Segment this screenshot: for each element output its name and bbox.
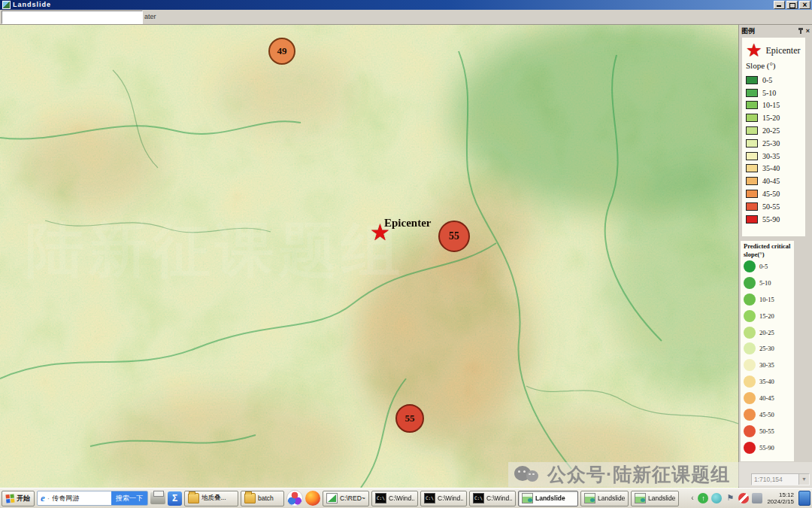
legend-row: 25-30 <box>746 137 804 150</box>
predicted-swatch <box>744 409 756 421</box>
epicenter-legend-label: Epicenter <box>766 45 801 56</box>
circle-row: 40-45 <box>744 390 793 406</box>
class-label: 35-40 <box>759 378 774 385</box>
minimize-button[interactable] <box>774 1 785 9</box>
quicklaunch-knot[interactable] <box>286 489 303 507</box>
predicted-swatch <box>744 277 756 289</box>
close-button[interactable] <box>799 1 810 9</box>
map-canvas[interactable]: 陆新征课题组 49Epicenter5555 <box>0 25 738 488</box>
start-button[interactable]: 开始 <box>2 491 35 506</box>
folder-icon <box>188 493 199 503</box>
console-icon <box>424 493 435 503</box>
marker-circle-49: 49 <box>268 38 295 65</box>
taskbar-button-console-1[interactable]: C:\Wind... <box>371 491 418 506</box>
predicted-swatch <box>744 294 756 306</box>
search-query[interactable]: 传奇网游 <box>52 494 111 503</box>
scale-combobox[interactable]: 1:710,154 <box>751 473 810 485</box>
class-label: 50-55 <box>762 202 780 211</box>
taskbar-button-label: Landslide <box>535 494 565 502</box>
tray-chevron-icon[interactable] <box>689 493 695 503</box>
taskbar-search[interactable]: e · 传奇网游 搜索一下 <box>37 491 148 506</box>
taskbar-button-landslide-1[interactable]: Landslide <box>518 491 578 506</box>
teal-app-icon[interactable] <box>711 493 722 503</box>
slope-legend: Epicenter Slope (°) 0-55-1010-1515-2020-… <box>742 38 805 236</box>
class-label: 35-40 <box>762 164 780 172</box>
chart-icon <box>326 493 338 503</box>
map-icon <box>635 493 646 503</box>
sigma-app-icon[interactable] <box>168 491 182 506</box>
class-label: 20-25 <box>759 329 774 336</box>
class-label: 0-5 <box>762 76 772 84</box>
class-label: 15-20 <box>759 312 774 320</box>
circle-row: 30-35 <box>744 357 793 373</box>
class-label: 55-90 <box>762 215 780 224</box>
predicted-legend-title-1: Predicted critical <box>744 242 793 251</box>
taskbar-clock[interactable]: 15:12 2024/2/15 <box>765 491 796 506</box>
console-icon <box>473 493 484 503</box>
toolbar-residual-text: ater <box>144 13 156 20</box>
taskbar-button-label: Landslide <box>598 494 625 502</box>
class-label: 55-90 <box>759 444 774 452</box>
slope-swatch <box>746 190 758 198</box>
class-label: 25-30 <box>762 139 780 148</box>
predicted-swatch <box>744 376 756 388</box>
antivirus-up-icon[interactable] <box>698 493 708 503</box>
taskbar-button-landslide-3[interactable]: Landslide <box>631 491 679 506</box>
toolbar-input[interactable] <box>2 11 143 24</box>
taskbar-button-console-3[interactable]: C:\Wind... <box>469 491 516 506</box>
legend-row: 40-45 <box>746 175 804 187</box>
printer-icon[interactable] <box>150 492 165 504</box>
taskbar-button-label: 地质叠... <box>201 494 226 503</box>
map-icon <box>584 493 595 503</box>
epicenter-label: Epicenter <box>384 217 431 230</box>
windows-logo-icon <box>5 494 14 503</box>
circle-row: 0-5 <box>744 258 793 275</box>
circle-row: 15-20 <box>744 308 793 324</box>
taskbar-button-geology-folder[interactable]: 地质叠... <box>184 491 238 506</box>
system-tray <box>689 493 762 503</box>
slope-swatch <box>746 177 758 185</box>
quicklaunch-firefox[interactable] <box>305 489 320 507</box>
marker-circle-55: 55 <box>438 221 470 252</box>
taskbar-button-label: Landslide <box>648 494 675 502</box>
firefox-icon <box>305 491 320 506</box>
circle-row: 20-25 <box>744 324 793 341</box>
class-label: 5-10 <box>759 279 771 287</box>
class-label: 30-35 <box>762 152 780 160</box>
ie-icon: e <box>41 492 45 504</box>
restore-button[interactable] <box>786 1 798 9</box>
blocker-icon[interactable] <box>738 493 749 503</box>
start-label: 开始 <box>17 494 30 503</box>
slope-swatch <box>746 164 758 172</box>
pin-icon[interactable] <box>798 28 804 34</box>
legend-row: 50-55 <box>746 200 804 213</box>
search-separator: · <box>47 494 50 503</box>
predicted-classes: 0-55-1010-1515-2020-2525-3030-3535-4040-… <box>744 258 793 456</box>
taskbar-button-label: C:\Wind... <box>389 494 414 502</box>
class-label: 30-35 <box>759 361 774 369</box>
predicted-swatch <box>744 310 756 322</box>
class-label: 10-15 <box>762 101 780 109</box>
class-label: 25-30 <box>759 345 774 352</box>
taskbar-button-console-2[interactable]: C:\Wind... <box>420 491 467 506</box>
slope-swatch <box>746 139 758 148</box>
circle-row: 5-10 <box>744 275 793 291</box>
taskbar-button-red-app[interactable]: C:\RED~... <box>323 491 369 506</box>
app-icon <box>2 1 11 9</box>
taskbar-button-landslide-2[interactable]: Landslide <box>580 491 629 506</box>
folder-icon <box>244 493 256 503</box>
legend-dock-title: 图例 <box>741 26 755 36</box>
taskbar: 开始 e · 传奇网游 搜索一下 地质叠...batchC:\RED~...C:… <box>0 488 812 508</box>
search-go-button[interactable]: 搜索一下 <box>111 491 147 505</box>
predicted-swatch <box>744 442 756 454</box>
taskbar-button-batch-folder[interactable]: batch <box>241 491 284 506</box>
class-label: 40-45 <box>762 177 780 185</box>
chevron-down-icon[interactable] <box>798 474 809 485</box>
circle-row: 45-50 <box>744 406 793 423</box>
dock-close-icon[interactable] <box>806 28 810 35</box>
misc-tray-icon[interactable] <box>752 493 762 503</box>
show-desktop-button[interactable] <box>798 491 810 506</box>
title-bar[interactable]: Landslide <box>0 0 812 10</box>
flag-icon[interactable] <box>725 493 735 503</box>
circle-row: 35-40 <box>744 373 793 390</box>
